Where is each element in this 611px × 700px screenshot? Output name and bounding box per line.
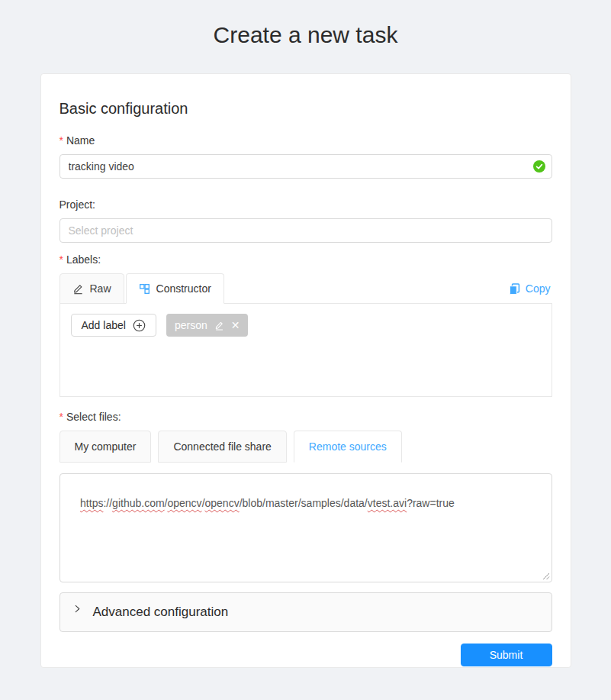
tab-raw[interactable]: Raw — [59, 273, 124, 304]
basic-configuration-heading: Basic configuration — [59, 100, 552, 118]
advanced-configuration-header[interactable]: Advanced configuration — [59, 592, 552, 632]
submit-button[interactable]: Submit — [461, 644, 552, 666]
copy-button[interactable]: Copy — [509, 282, 552, 295]
create-task-card: Basic configuration *Name Project: *Labe… — [40, 73, 571, 668]
required-asterisk: * — [59, 253, 63, 266]
tab-connected-file-share[interactable]: Connected file share — [158, 431, 286, 463]
project-label: Project: — [59, 197, 552, 212]
add-label-button-label: Add label — [82, 319, 126, 331]
plus-circle-icon — [133, 319, 146, 332]
tab-constructor[interactable]: Constructor — [126, 273, 224, 304]
page-title: Create a new task — [0, 21, 611, 50]
remove-label-icon[interactable]: ✕ — [231, 320, 240, 331]
select-files-label: *Select files: — [59, 409, 552, 424]
name-input[interactable] — [59, 154, 552, 179]
name-label-text: Name — [66, 134, 95, 147]
edit-icon — [72, 283, 84, 295]
project-select-wrap — [59, 218, 552, 243]
chevron-right-icon — [73, 605, 82, 613]
files-tabbar: My computer Connected file share Remote … — [59, 431, 552, 463]
tab-my-computer-label: My computer — [75, 440, 137, 453]
build-icon — [139, 283, 150, 295]
tab-constructor-label: Constructor — [156, 282, 211, 295]
resize-handle[interactable] — [524, 573, 549, 580]
required-asterisk: * — [59, 411, 63, 423]
project-select[interactable] — [59, 218, 552, 243]
edit-label-icon[interactable] — [214, 321, 224, 331]
add-label-button[interactable]: Add label — [71, 314, 156, 337]
name-label: *Name — [59, 133, 552, 148]
tab-my-computer[interactable]: My computer — [59, 431, 152, 463]
label-tag-person[interactable]: person ✕ — [166, 314, 249, 337]
tab-connected-file-share-label: Connected file share — [173, 440, 271, 453]
advanced-configuration-title: Advanced configuration — [93, 605, 229, 620]
check-circle-icon — [533, 160, 545, 173]
submit-row: Submit — [59, 644, 552, 666]
copy-button-label: Copy — [526, 282, 551, 295]
label-tag-name: person — [175, 319, 207, 331]
labels-label-text: Labels: — [66, 253, 101, 266]
required-asterisk: * — [59, 134, 63, 147]
tab-raw-label: Raw — [90, 282, 111, 295]
remote-urls-textarea[interactable]: https://github.com/opencv/opencv/blob/ma… — [59, 473, 552, 582]
select-files-label-text: Select files: — [66, 411, 121, 423]
labels-tabbar: Raw Constructor Copy — [59, 273, 552, 304]
labels-label: *Labels: — [59, 252, 552, 267]
remote-url-text: https://github.com/opencv/opencv/blob/ma… — [80, 497, 455, 509]
copy-icon — [509, 283, 520, 295]
labels-constructor-pane: Add label person ✕ — [59, 303, 552, 397]
tab-remote-sources[interactable]: Remote sources — [294, 431, 402, 463]
tab-remote-sources-label: Remote sources — [309, 440, 387, 453]
name-input-wrap — [59, 154, 552, 179]
